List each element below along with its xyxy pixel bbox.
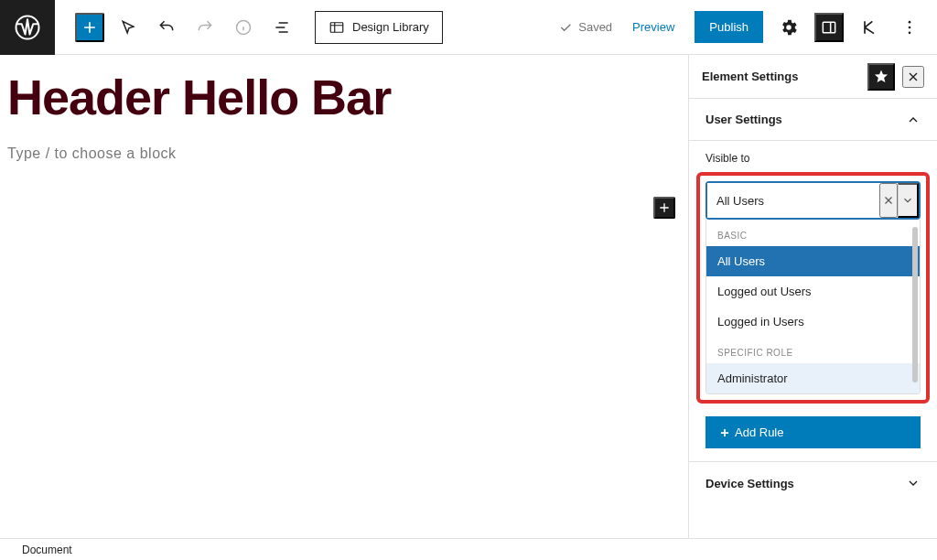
sidebar-title: Element Settings <box>702 70 860 83</box>
dropdown-group: SPECIFIC ROLE <box>706 337 920 363</box>
breadcrumb[interactable]: Document <box>22 544 72 556</box>
visible-to-label: Visible to <box>702 141 924 172</box>
close-icon[interactable] <box>902 66 924 88</box>
toggle-inserter-button[interactable] <box>75 13 104 42</box>
undo-icon[interactable] <box>152 13 181 42</box>
add-block-button[interactable] <box>653 197 675 219</box>
visible-to-control-highlight: BASIC All Users Logged out Users Logged … <box>696 172 930 404</box>
block-placeholder[interactable]: Type / to choose a block <box>7 145 681 162</box>
dropdown-item-logged-out[interactable]: Logged out Users <box>706 276 920 307</box>
dropdown-item-all-users[interactable]: All Users <box>706 246 920 276</box>
kadence-icon[interactable] <box>855 13 884 42</box>
add-rule-button[interactable]: Add Rule <box>705 416 921 448</box>
publish-button[interactable]: Publish <box>695 11 763 43</box>
dropdown-item-logged-in[interactable]: Logged in Users <box>706 307 920 337</box>
scrollbar[interactable] <box>912 227 918 382</box>
star-icon[interactable] <box>867 63 895 91</box>
redo-icon <box>190 13 220 42</box>
svg-rect-3 <box>823 22 835 33</box>
visible-to-input[interactable] <box>707 183 879 218</box>
saved-label: Saved <box>578 20 612 34</box>
dropdown-group: BASIC <box>706 220 920 246</box>
info-icon[interactable] <box>229 13 258 42</box>
svg-point-4 <box>909 20 911 23</box>
visible-to-select[interactable] <box>705 181 921 220</box>
dropdown-item-administrator[interactable]: Administrator <box>706 363 920 393</box>
svg-point-5 <box>909 26 911 28</box>
list-view-icon[interactable] <box>267 13 296 42</box>
user-settings-toggle[interactable]: User Settings <box>689 99 937 141</box>
page-title[interactable]: Header Hello Bar <box>7 71 681 124</box>
saved-status: Saved <box>558 20 612 35</box>
editor-canvas[interactable]: Header Hello Bar Type / to choose a bloc… <box>0 55 688 538</box>
settings-gear-icon[interactable] <box>774 13 803 42</box>
design-library-label: Design Library <box>352 20 429 34</box>
preview-button[interactable]: Preview <box>623 15 684 39</box>
user-settings-label: User Settings <box>705 113 782 126</box>
svg-point-6 <box>909 31 911 34</box>
add-rule-label: Add Rule <box>735 425 783 439</box>
sidebar-toggle-icon[interactable] <box>814 13 844 42</box>
chevron-down-icon[interactable] <box>898 183 919 218</box>
wp-logo[interactable] <box>0 0 55 55</box>
device-settings-toggle[interactable]: Device Settings <box>689 462 937 504</box>
tools-select-icon[interactable] <box>113 13 143 42</box>
chevron-down-icon <box>906 476 921 490</box>
svg-rect-2 <box>330 22 343 32</box>
visible-to-dropdown: BASIC All Users Logged out Users Logged … <box>705 220 921 394</box>
chevron-up-icon <box>906 113 921 127</box>
clear-icon[interactable] <box>879 183 898 218</box>
more-menu-icon[interactable] <box>895 13 924 42</box>
settings-sidebar: Element Settings User Settings Visible t… <box>688 55 937 538</box>
device-settings-label: Device Settings <box>705 477 794 490</box>
design-library-button[interactable]: Design Library <box>315 11 443 44</box>
